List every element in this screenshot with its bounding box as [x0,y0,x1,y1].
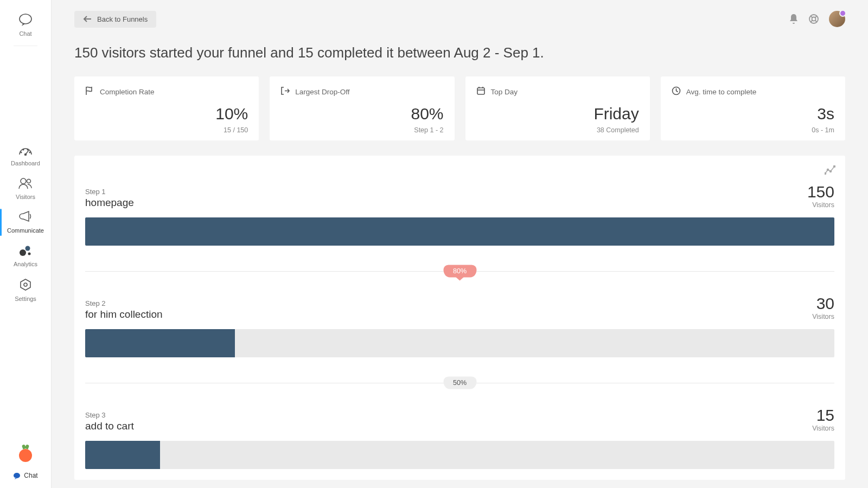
card-value: Friday [593,105,639,123]
page-headline: 150 visitors started your funnel and 15 … [74,44,845,61]
svg-rect-21 [477,88,484,94]
gauge-icon [0,144,51,156]
bell-icon [789,14,799,24]
funnel-panel: Step 1 homepage 150 Visitors 80% Step 2 [74,156,845,480]
rail-separator [14,46,37,46]
svg-point-11 [28,253,31,255]
nut-icon [0,278,51,291]
topbar-actions [789,11,845,27]
svg-point-26 [825,173,826,175]
svg-line-20 [815,21,818,23]
card-sub: 0s - 1m [812,126,834,134]
svg-point-10 [25,246,30,251]
dropoff-badge: 80% [443,265,476,278]
rail-item-dashboard[interactable]: Dashboard [0,138,51,172]
rail-bottom: Chat [0,449,51,488]
step-bar[interactable] [85,329,834,357]
svg-point-7 [21,178,26,184]
calendar-icon [476,86,486,97]
step-bar-fill [85,329,235,357]
svg-point-28 [830,171,832,172]
flag-icon [85,86,94,97]
brand-logo[interactable] [19,449,32,462]
dropoff-divider: 80% [85,265,834,277]
rail-label: Analytics [14,261,37,267]
back-label: Back to Funnels [97,15,148,23]
card-avg-time: Avg. time to complete 3s 0s - 1m [661,76,845,140]
step-name: homepage [85,197,134,209]
rail-label: Settings [15,296,36,302]
rail-item-settings[interactable]: Settings [0,273,51,307]
card-title: Largest Drop-Off [295,88,349,96]
arrow-left-icon [83,16,92,22]
step-name: add to cart [85,420,134,432]
visitors-label: Visitors [812,425,834,432]
card-title: Completion Rate [100,88,155,96]
card-value: 80% [411,105,443,123]
dropoff-badge: 50% [443,377,476,389]
funnel-step: Step 1 homepage 150 Visitors [85,171,834,246]
topbar: Back to Funnels [74,5,845,33]
support-chat-label: Chat [24,472,37,479]
svg-point-13 [24,283,27,286]
people-icon [0,177,51,189]
step-number: Step 3 [85,411,134,419]
step-bar[interactable] [85,217,834,246]
bubble-chart-icon [0,245,51,256]
step-number: Step 1 [85,188,134,196]
svg-point-9 [20,249,26,256]
step-bar-fill [85,217,834,246]
rail-item-communicate[interactable]: Communicate [0,206,51,239]
avatar[interactable] [829,11,845,27]
help-button[interactable] [808,14,819,24]
rail-label: Dashboard [11,160,40,166]
card-value: 3s [817,105,834,123]
rail-item-visitors[interactable]: Visitors [0,172,51,206]
rail-label: Chat [19,30,31,37]
megaphone-icon [0,211,51,223]
card-largest-dropoff: Largest Drop-Off 80% Step 1 - 2 [270,76,454,140]
left-rail: Chat Dashboard Visitors [0,0,52,488]
chat-icon [0,13,51,26]
lifebuoy-icon [808,14,819,24]
card-top-day: Top Day Friday 38 Completed [465,76,650,140]
svg-point-14 [14,473,20,478]
clock-icon [672,86,681,97]
rail-item-chat[interactable]: Chat [0,8,51,42]
notifications-button[interactable] [789,14,799,24]
visitors-label: Visitors [812,313,834,320]
rail-label: Visitors [16,194,35,200]
funnel-step: Step 3 add to cart 15 Visitors [85,394,834,469]
svg-line-18 [815,16,818,18]
card-value: 10% [215,105,248,123]
svg-point-8 [27,179,31,183]
step-visitors: 30 [812,294,834,313]
exit-icon [280,86,290,97]
summary-cards: Completion Rate 10% 15 / 150 Largest Dro… [74,76,845,140]
card-title: Avg. time to complete [686,88,757,96]
line-chart-icon [825,165,835,175]
card-title: Top Day [491,88,518,96]
svg-point-5 [27,149,28,150]
step-bar[interactable] [85,441,834,469]
svg-point-0 [20,14,31,24]
rail-item-analytics[interactable]: Analytics [0,239,51,273]
main-scroll[interactable]: Back to Funnels 150 visitors started you… [52,0,868,488]
card-completion-rate: Completion Rate 10% 15 / 150 [74,76,259,140]
card-sub: 15 / 150 [224,126,248,134]
card-sub: 38 Completed [597,126,639,134]
svg-line-2 [25,150,29,155]
svg-point-6 [29,152,30,153]
step-visitors: 15 [812,406,834,425]
back-to-funnels-button[interactable]: Back to Funnels [74,11,156,28]
card-sub: Step 1 - 2 [414,126,443,134]
svg-point-3 [21,152,22,153]
visitors-label: Visitors [807,201,834,209]
svg-line-19 [810,21,813,23]
step-number: Step 2 [85,299,163,307]
svg-line-17 [810,16,813,18]
svg-point-4 [23,149,24,150]
chart-mode-toggle[interactable] [825,165,835,177]
dropoff-divider: 50% [85,377,834,389]
support-chat-button[interactable]: Chat [8,470,43,481]
